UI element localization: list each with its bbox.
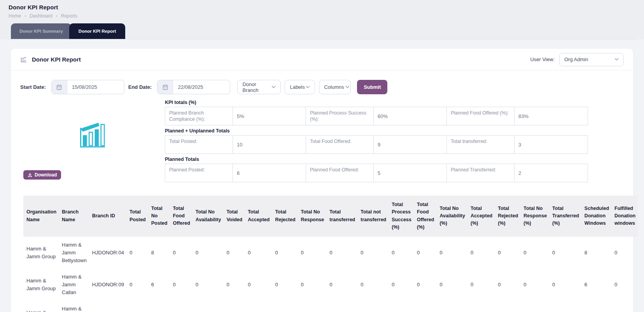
table-cell: 0	[326, 301, 357, 312]
table-cell: 0	[549, 237, 581, 269]
kpi-value: 5	[374, 164, 447, 182]
submit-button[interactable]: Submit	[357, 80, 387, 94]
tab-donor-kpi-report[interactable]: Donor KPI Report	[69, 23, 125, 39]
table-cell: 6	[581, 269, 611, 301]
kpi-section-heading: Planned + Unplanned Totals	[165, 128, 588, 134]
table-cell: Hamm & Jamm Group	[23, 301, 59, 312]
table-cell: Hamm & Jamm Cashel	[59, 301, 89, 312]
table-cell: 0	[192, 301, 224, 312]
table-cell: Hamm & Jamm Group	[23, 269, 59, 301]
column-header: Total No Availability	[192, 196, 224, 237]
chevron-down-icon	[271, 86, 276, 88]
calendar-icon[interactable]	[52, 80, 67, 94]
kpi-value: 83%	[514, 107, 588, 125]
kpi-label: Total Posted:	[165, 136, 233, 153]
report-table-wrap: Organisation NameBranch NameBranch IDTot…	[11, 196, 633, 312]
table-cell: Hamm & Jamm Callan	[59, 269, 89, 301]
end-date-label: End Date:	[128, 84, 152, 90]
table-cell: 0	[357, 269, 388, 301]
table-cell: 0	[223, 237, 245, 269]
kpi-value: 3	[514, 136, 588, 153]
start-date-input[interactable]	[67, 80, 124, 94]
kpi-area: Download KPI totals (%)Planned Branch Co…	[11, 99, 633, 182]
table-cell: 0	[126, 269, 148, 301]
download-icon	[28, 173, 32, 177]
table-cell: 100	[388, 301, 414, 312]
column-header: Total No Availability (%)	[436, 196, 467, 237]
tab-donor-kpi-summary[interactable]: Donor KPI Summary	[11, 23, 72, 39]
table-cell: 0	[467, 237, 495, 269]
column-header: Total Food Offered	[170, 196, 192, 237]
table-cell: 0	[495, 237, 520, 269]
kpi-label: Planned Transferred:	[447, 164, 514, 182]
table-cell: 0	[326, 237, 357, 269]
kpi-section-heading: KPI totals (%)	[165, 100, 588, 105]
column-header: Scheduled Donation Windows	[581, 196, 611, 237]
table-row: Hamm & Jamm GroupHamm & Jamm CashelHJDON…	[23, 301, 638, 312]
column-header: Total Rejected (%)	[495, 196, 520, 237]
calendar-icon[interactable]	[158, 80, 173, 94]
kpi-label: Planned Branch Compliance (%):	[165, 107, 233, 125]
column-header: Total Accepted	[245, 196, 272, 237]
column-header: Total No Posted	[148, 196, 170, 237]
table-cell: 0	[495, 301, 520, 312]
column-header: Total No Response	[298, 196, 327, 237]
user-view-select[interactable]: Org Admin	[559, 53, 624, 66]
table-cell: 0	[298, 301, 327, 312]
table-cell: 0	[245, 237, 272, 269]
table-cell: Hamm & Jamm Bettystown	[59, 237, 89, 269]
table-cell: 0	[223, 269, 245, 301]
kpi-value: 9	[374, 136, 447, 153]
breadcrumb-separator: -	[56, 13, 58, 19]
table-cell: 0	[298, 237, 327, 269]
kpi-label: Planned Process Success (%):	[306, 107, 374, 125]
donor-branch-select[interactable]: Donor Branch	[237, 80, 281, 94]
table-cell: 8	[148, 301, 170, 312]
start-date-group	[51, 80, 124, 94]
table-cell: 0	[192, 237, 224, 269]
table-cell: 0	[436, 237, 467, 269]
table-cell: 0	[611, 301, 638, 312]
table-cell: 0	[436, 301, 467, 312]
kpi-label: Planned Food Offered:	[306, 164, 374, 182]
column-header: Total Voided	[223, 196, 245, 237]
kpi-row: Planned Posted:6Planned Food Offered:5Pl…	[165, 164, 588, 182]
table-cell: 0	[520, 301, 549, 312]
table-cell: 0	[549, 269, 581, 301]
user-view-label: User View:	[530, 56, 555, 62]
user-view-value: Org Admin	[564, 56, 588, 62]
end-date-input[interactable]	[173, 80, 230, 94]
kpi-label: Planned Posted:	[165, 164, 233, 182]
tab-bar: Donor KPI SummaryDonor KPI Report	[9, 23, 635, 39]
table-cell: 0	[414, 237, 436, 269]
column-header: Branch ID	[89, 196, 126, 237]
page-header: Donor KPI Report Home-Dashboard-Reports …	[0, 0, 644, 39]
table-cell: HJDONOR:07	[89, 301, 126, 312]
labels-select[interactable]: Labels	[285, 80, 315, 94]
breadcrumb-item[interactable]: Reports	[61, 13, 77, 19]
kpi-row: Planned Branch Compliance (%):5%Planned …	[165, 107, 588, 125]
table-cell: 0	[357, 301, 388, 312]
table-cell: 1	[126, 301, 148, 312]
table-cell: 0	[245, 269, 272, 301]
column-header: Total Transferred (%)	[549, 196, 581, 237]
table-row: Hamm & Jamm GroupHamm & Jamm BettystownH…	[23, 237, 638, 269]
download-button[interactable]: Download	[23, 170, 61, 180]
table-cell: 0	[357, 237, 388, 269]
column-header: Total Rejected	[272, 196, 298, 237]
columns-select[interactable]: Columns	[319, 80, 351, 94]
column-header: Total Process Success (%)	[388, 196, 414, 237]
breadcrumb-item[interactable]: Dashboard	[30, 13, 52, 19]
table-cell: 6	[148, 269, 170, 301]
kpi-summary-tables: KPI totals (%)Planned Branch Compliance …	[165, 100, 588, 182]
bar-chart-illustration	[20, 100, 165, 148]
table-cell: 100	[414, 301, 436, 312]
start-date-label: Start Date:	[20, 84, 46, 90]
table-cell: HJDONOR:09	[89, 269, 126, 301]
kpi-value: 2	[514, 164, 588, 182]
columns-label: Columns	[324, 84, 344, 90]
breadcrumb-item[interactable]: Home	[9, 13, 21, 19]
end-date-group	[157, 80, 230, 94]
page-title: Donor KPI Report	[9, 4, 635, 11]
table-cell: 0	[272, 237, 298, 269]
